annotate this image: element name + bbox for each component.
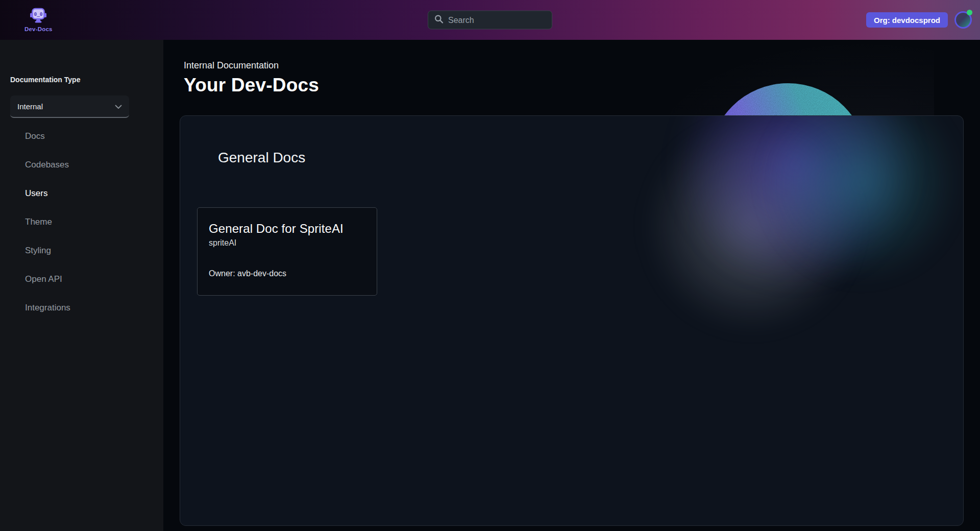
sidebar: Documentation Type Internal Docs Codebas… (0, 40, 163, 531)
page-eyebrow: Internal Documentation (184, 60, 319, 71)
sidebar-item-users[interactable]: Users (10, 179, 153, 208)
main-content: Internal Documentation Your Dev-Docs Gen… (163, 40, 980, 531)
top-navbar: 0_0 Dev-Docs Org: devdocsprod (0, 0, 980, 40)
doc-type-select[interactable]: Internal (10, 95, 129, 118)
org-button[interactable]: Org: devdocsprod (866, 12, 948, 28)
doc-type-select-value: Internal (17, 102, 43, 111)
panel-heading: General Docs (218, 150, 305, 166)
sphere-graphic (709, 83, 867, 115)
glow-teal (762, 115, 961, 282)
doc-card-subtitle: spriteAI (209, 238, 365, 248)
navbar-right-controls: Org: devdocsprod (866, 11, 972, 29)
search-icon (434, 14, 444, 26)
glow-purple (673, 115, 918, 287)
sidebar-item-docs[interactable]: Docs (10, 122, 153, 151)
app-window: 0_0 Dev-Docs Org: devdocsprod (0, 0, 980, 531)
search-input[interactable] (448, 15, 554, 25)
avatar[interactable] (954, 11, 972, 29)
page-header: Internal Documentation Your Dev-Docs (184, 60, 319, 96)
chevron-down-icon (115, 102, 122, 111)
sidebar-item-open-api[interactable]: Open API (10, 265, 153, 294)
sidebar-item-styling[interactable]: Styling (10, 236, 153, 265)
app-logo-text: Dev-Docs (24, 26, 53, 32)
svg-text:0_0: 0_0 (34, 11, 43, 17)
search-bar[interactable] (428, 11, 552, 30)
page-title: Your Dev-Docs (184, 75, 319, 96)
sidebar-item-theme[interactable]: Theme (10, 208, 153, 236)
doc-card-owner: Owner: avb-dev-docs (209, 269, 365, 278)
doc-card[interactable]: General Doc for SpriteAI spriteAI Owner:… (197, 207, 377, 296)
sidebar-item-integrations[interactable]: Integrations (10, 294, 153, 322)
sidebar-nav: Docs Codebases Users Theme Styling Open … (10, 122, 153, 322)
sidebar-item-codebases[interactable]: Codebases (10, 151, 153, 179)
doc-type-label: Documentation Type (10, 76, 153, 84)
app-logo[interactable]: 0_0 Dev-Docs (24, 8, 53, 32)
robot-icon: 0_0 (30, 8, 47, 26)
online-status-dot (967, 10, 972, 15)
glow-white (642, 116, 862, 335)
doc-card-title: General Doc for SpriteAI (209, 222, 365, 236)
docs-panel: General Docs General Doc for SpriteAI sp… (180, 115, 964, 526)
